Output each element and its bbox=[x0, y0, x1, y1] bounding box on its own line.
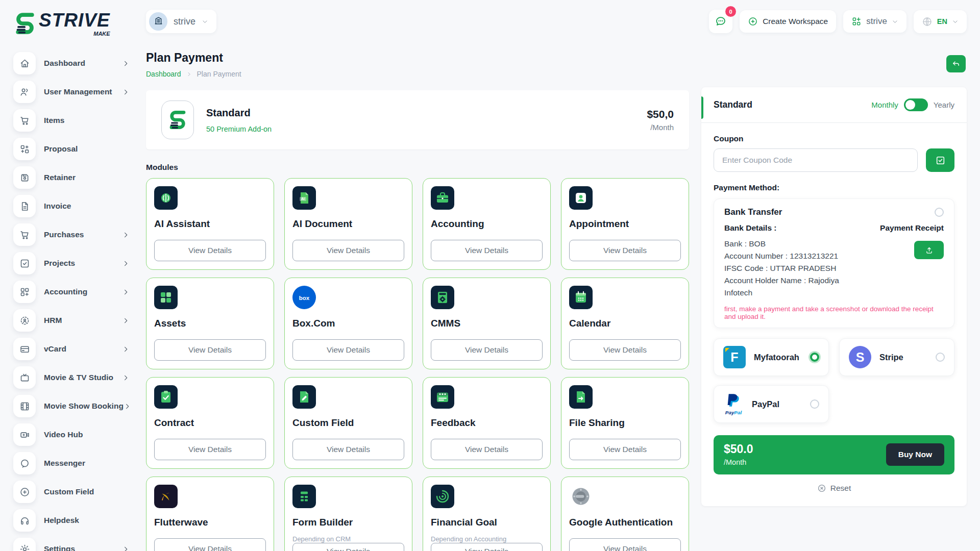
create-workspace-button[interactable]: Create Workspace bbox=[740, 10, 836, 33]
paypal-logo-icon: PayPal bbox=[723, 392, 744, 416]
back-button[interactable] bbox=[946, 55, 966, 72]
gateway-radio-myfatoorah[interactable] bbox=[810, 353, 819, 362]
workspace-selector[interactable]: strive bbox=[146, 10, 216, 33]
sidebar-item-label: HRM bbox=[44, 316, 122, 325]
view-details-button[interactable]: View Details bbox=[431, 339, 543, 361]
sidebar-item-projects[interactable]: Projects bbox=[13, 252, 132, 274]
view-details-button[interactable]: View Details bbox=[569, 339, 681, 361]
sidebar-item-video-hub[interactable]: Video Hub bbox=[13, 423, 132, 446]
view-details-button[interactable]: View Details bbox=[292, 339, 404, 361]
x-circle-icon bbox=[817, 484, 826, 493]
view-details-button[interactable]: View Details bbox=[431, 240, 543, 261]
view-details-button[interactable]: View Details bbox=[154, 240, 266, 261]
sidebar-item-helpdesk[interactable]: Helpdesk bbox=[13, 509, 132, 532]
sidebar-item-label: vCard bbox=[44, 344, 122, 354]
upload-icon bbox=[925, 246, 934, 255]
chevron-right-icon bbox=[122, 60, 130, 67]
view-details-button[interactable]: View Details bbox=[569, 538, 681, 551]
view-details-button[interactable]: View Details bbox=[154, 339, 266, 361]
file-sharing-icon bbox=[569, 385, 593, 409]
breadcrumb-dashboard-link[interactable]: Dashboard bbox=[146, 70, 181, 78]
module-title: Google Authentication bbox=[569, 517, 681, 528]
workspace-name: strive bbox=[174, 16, 195, 27]
gateway-radio-paypal[interactable] bbox=[810, 399, 819, 409]
coupon-label: Coupon bbox=[714, 134, 954, 143]
plan-price: $50,0 bbox=[647, 108, 674, 120]
gateway-stripe[interactable]: SStripe bbox=[839, 338, 954, 376]
module-title: CMMS bbox=[431, 318, 543, 329]
gateway-paypal[interactable]: PayPalPayPal bbox=[714, 385, 829, 423]
sidebar-item-settings[interactable]: Settings bbox=[13, 538, 132, 551]
view-details-button[interactable]: View Details bbox=[154, 538, 266, 551]
sidebar-item-user-management[interactable]: User Management bbox=[13, 81, 132, 103]
modules-grid: AI AssistantView DetailsAiAI DocumentVie… bbox=[146, 178, 689, 551]
view-details-button[interactable]: View Details bbox=[569, 439, 681, 460]
sidebar-item-proposal[interactable]: Proposal bbox=[13, 138, 132, 160]
module-title: Contract bbox=[154, 417, 266, 429]
view-details-button[interactable]: View Details bbox=[154, 439, 266, 460]
tv-icon bbox=[13, 366, 36, 389]
module-card-custom-field: Custom FieldView Details bbox=[284, 377, 412, 469]
module-title: Custom Field bbox=[292, 417, 404, 429]
module-card-form-builder: Form BuilderDepending on CRMView Details bbox=[284, 477, 412, 551]
credit-card-icon bbox=[13, 338, 36, 360]
bank-transfer-radio[interactable] bbox=[935, 208, 944, 217]
view-details-button[interactable]: View Details bbox=[292, 543, 404, 551]
module-card-box-com: boxBox.ComView Details bbox=[284, 278, 412, 369]
stripe-logo-icon: S bbox=[849, 346, 871, 368]
gateway-grid: FMyfatoorahSStripePayPalPayPal bbox=[714, 338, 954, 423]
coupon-input[interactable] bbox=[714, 148, 918, 172]
language-label: EN bbox=[937, 17, 947, 26]
billing-toggle[interactable] bbox=[904, 98, 928, 111]
module-title: AI Assistant bbox=[154, 218, 266, 230]
language-selector[interactable]: EN bbox=[914, 10, 967, 33]
buy-now-button[interactable]: Buy Now bbox=[886, 443, 944, 466]
sidebar-item-retainer[interactable]: Retainer bbox=[13, 166, 132, 189]
svg-text:Ai: Ai bbox=[301, 197, 305, 201]
financial-goal-icon bbox=[431, 485, 454, 508]
view-details-button[interactable]: View Details bbox=[431, 543, 543, 551]
checkout-summary-bar: $50.0 /Month Buy Now bbox=[714, 435, 954, 474]
billing-yearly-label: Yearly bbox=[934, 101, 954, 109]
sidebar-item-items[interactable]: Items bbox=[13, 109, 132, 132]
sidebar-item-invoice[interactable]: Invoice bbox=[13, 195, 132, 217]
upload-receipt-button[interactable] bbox=[914, 241, 944, 259]
gateway-myfatoorah[interactable]: FMyfatoorah bbox=[714, 338, 829, 376]
sidebar-item-label: Movie Show Booking bbox=[44, 402, 124, 411]
sidebar-nav: DashboardUser ManagementItemsProposalRet… bbox=[13, 52, 139, 551]
modules-section-label: Modules bbox=[146, 163, 689, 172]
apply-coupon-button[interactable] bbox=[926, 148, 954, 172]
gateway-radio-stripe[interactable] bbox=[936, 353, 945, 362]
sidebar-item-dashboard[interactable]: Dashboard bbox=[13, 52, 132, 74]
chevron-right-icon bbox=[122, 345, 130, 353]
view-details-button[interactable]: View Details bbox=[292, 240, 404, 261]
sidebar-item-movie-show-booking[interactable]: Movie Show Booking bbox=[13, 395, 132, 417]
sidebar-item-label: Items bbox=[44, 116, 132, 125]
reset-button[interactable]: Reset bbox=[714, 484, 954, 493]
module-note: Depending on CRM bbox=[292, 535, 404, 543]
sidebar-item-movie-tv-studio[interactable]: Movie & TV Studio bbox=[13, 366, 132, 389]
sidebar-item-vcard[interactable]: vCard bbox=[13, 338, 132, 360]
svg-text:box: box bbox=[299, 295, 310, 301]
plus-circle-icon bbox=[13, 481, 36, 503]
brand-logo[interactable]: STRIVE MAKE bbox=[13, 10, 110, 37]
sidebar-item-label: Proposal bbox=[44, 144, 132, 154]
return-arrow-icon bbox=[951, 59, 961, 68]
sidebar-item-hrm[interactable]: HRM bbox=[13, 309, 132, 332]
module-card-accounting: AccountingView Details bbox=[423, 178, 551, 270]
chat-button[interactable]: 0 bbox=[709, 10, 732, 33]
view-details-button[interactable]: View Details bbox=[569, 240, 681, 261]
premium-addon-link[interactable]: 50 Premium Add-on bbox=[206, 125, 272, 133]
bank-transfer-title: Bank Transfer bbox=[724, 207, 782, 217]
sidebar-item-label: Accounting bbox=[44, 287, 122, 296]
workspace-avatar bbox=[149, 12, 167, 31]
view-details-button[interactable]: View Details bbox=[431, 439, 543, 460]
workspace-dropdown[interactable]: strive bbox=[843, 10, 906, 33]
module-card-calendar: CalendarView Details bbox=[561, 278, 689, 369]
sidebar-item-custom-field[interactable]: Custom Field bbox=[13, 481, 132, 503]
sidebar-item-purchases[interactable]: Purchases bbox=[13, 223, 132, 246]
view-details-button[interactable]: View Details bbox=[292, 439, 404, 460]
plan-name: Standard bbox=[206, 107, 272, 119]
sidebar-item-accounting[interactable]: Accounting bbox=[13, 281, 132, 303]
sidebar-item-messenger[interactable]: Messenger bbox=[13, 452, 132, 474]
